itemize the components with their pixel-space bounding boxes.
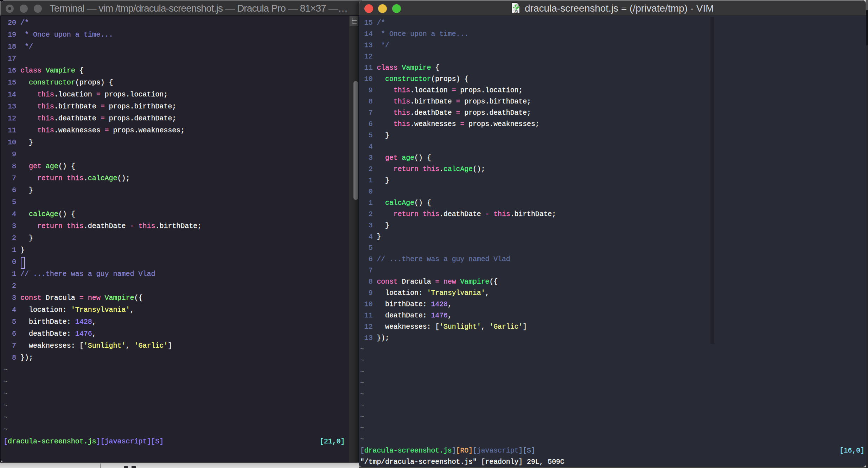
svg-text:JS: JS xyxy=(514,10,519,13)
